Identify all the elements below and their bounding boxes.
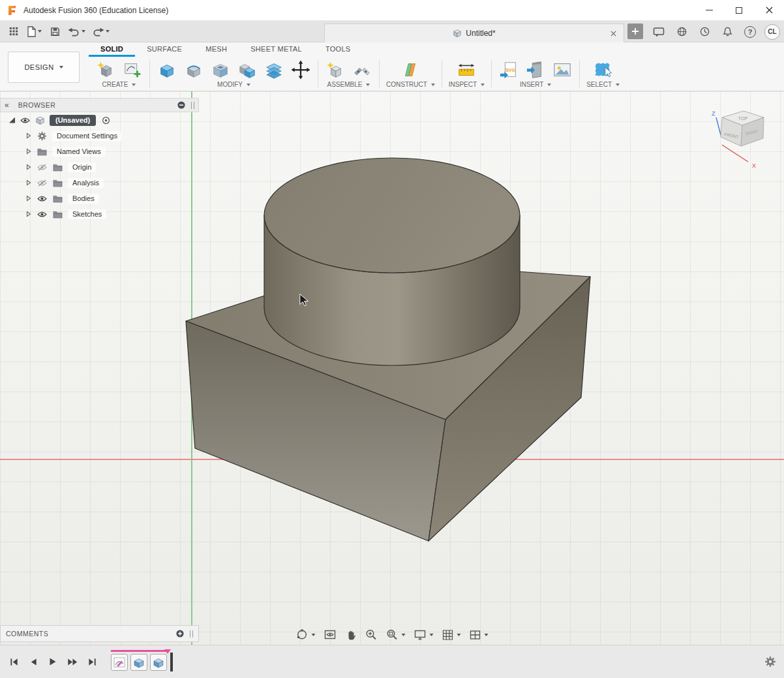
browser-row-named-views: Named Views [0,144,199,159]
browser-item-label[interactable]: Sketches [68,209,106,219]
insert-derive-button[interactable] [525,59,546,80]
group-assemble-dropdown[interactable]: ASSEMBLE [327,81,370,89]
timeline-extrude-feature[interactable] [150,654,167,671]
timeline-settings-gear-icon[interactable] [764,656,776,668]
browser-item-label[interactable]: Document Settings [52,131,122,141]
shell-button[interactable] [210,59,231,80]
group-create-dropdown[interactable]: CREATE [102,81,136,89]
tab-solid[interactable]: SOLID [89,45,135,57]
tab-tools[interactable]: TOOLS [314,45,363,57]
group-select-dropdown[interactable]: SELECT [586,81,620,89]
expander-icon[interactable] [26,195,31,202]
play-button[interactable] [46,655,60,669]
comments-resize-grip[interactable] [190,630,193,638]
new-document-tab-button[interactable] [627,23,643,39]
browser-minimize-icon[interactable] [177,100,186,110]
root-expander-icon[interactable] [9,117,15,123]
notifications-button[interactable] [719,23,736,40]
user-avatar[interactable]: CL [764,24,780,40]
file-menu-button[interactable] [25,23,44,40]
visibility-toggle[interactable] [37,162,47,172]
zoom-button[interactable] [365,628,378,641]
construct-plane-button[interactable] [400,59,421,80]
look-at-button[interactable] [324,628,337,641]
cylinder-top-face[interactable] [264,158,520,273]
visibility-toggle[interactable] [37,209,47,219]
expander-icon[interactable] [26,211,31,217]
group-construct-dropdown[interactable]: CONSTRUCT [386,81,435,89]
insert-svg-button[interactable]: SVG [498,59,519,80]
group-modify-dropdown[interactable]: MODIFY [217,81,250,89]
root-visibility-toggle[interactable] [20,116,30,125]
view-cube[interactable]: Z X TOP FRONT RIGHT [708,106,773,171]
expand-comments-icon[interactable] [175,629,185,638]
comments-bar[interactable]: COMMENTS [0,625,199,642]
minimize-button[interactable] [694,0,724,21]
browser-item-label[interactable]: Origin [68,162,96,172]
display-settings-button[interactable] [414,629,434,640]
browser-item-label[interactable]: Analysis [68,178,104,188]
undo-button[interactable] [66,23,87,40]
grid-snap-button[interactable] [442,629,461,641]
viewport-3d[interactable]: Z X TOP FRONT RIGHT « BROWSER [0,91,784,645]
tab-sheet-metal[interactable]: SHEET METAL [239,45,314,57]
save-button[interactable] [46,23,63,40]
fillet-button[interactable] [183,59,204,80]
step-back-button[interactable] [26,655,40,669]
workspace-selector-button[interactable]: DESIGN [8,52,80,83]
move-button[interactable] [290,59,311,80]
root-document-name[interactable]: (Unsaved) [50,115,96,126]
app-grid-button[interactable] [5,23,22,40]
group-inspect-dropdown[interactable]: INSPECT [449,81,485,89]
browser-item-label[interactable]: Bodies [68,194,99,204]
timeline-sketch-feature[interactable] [111,654,128,671]
timeline-playhead[interactable] [170,653,173,671]
go-to-end-button[interactable] [85,655,99,669]
close-button[interactable] [754,0,784,21]
document-tab-close-button[interactable] [608,28,618,39]
viewcube-top-label: TOP [738,116,748,121]
group-insert-dropdown[interactable]: INSERT [520,81,552,89]
orbit-button[interactable] [296,628,316,641]
job-status-button[interactable] [696,23,713,40]
measure-button[interactable] [456,59,477,80]
visibility-toggle[interactable] [37,178,47,187]
joint-button[interactable] [352,59,372,80]
select-button[interactable] [593,59,614,80]
fit-button[interactable] [386,628,406,641]
press-pull-button[interactable] [157,59,177,80]
create-sketch-button[interactable] [122,59,143,80]
pan-button[interactable] [345,629,357,641]
create-form-button[interactable] [95,59,116,80]
visibility-toggle[interactable] [37,194,47,203]
viewports-button[interactable] [470,630,489,640]
group-modify-label: MODIFY [217,81,243,88]
tab-surface[interactable]: SURFACE [135,45,194,57]
expander-icon[interactable] [26,132,31,139]
timeline-extrude-feature[interactable] [130,654,147,671]
combine-button[interactable] [237,59,258,80]
browser-resize-grip[interactable] [191,102,194,109]
new-component-button[interactable] [325,59,346,80]
expander-icon[interactable] [26,164,31,170]
bell-icon [722,26,733,37]
expander-icon[interactable] [26,179,31,186]
expander-icon[interactable] [26,148,31,155]
canvas-button[interactable] [552,59,573,80]
browser-item-label[interactable]: Named Views [52,147,106,157]
help-button[interactable]: ? [742,23,759,40]
redo-button[interactable] [90,23,112,40]
offset-face-button[interactable] [264,59,284,80]
web-button[interactable] [673,23,690,40]
activate-component-radio[interactable] [100,116,111,125]
shell-icon [211,60,230,80]
tab-mesh[interactable]: MESH [194,45,239,57]
comments-panel-button[interactable] [650,23,667,40]
target-icon [101,116,111,125]
collapse-browser-icon[interactable]: « [5,100,9,110]
go-to-start-button[interactable] [7,655,21,669]
step-forward-button[interactable] [65,655,80,669]
group-insert-caret-icon [547,84,551,86]
maximize-button[interactable] [724,0,754,21]
document-tab[interactable]: Untitled* [324,23,624,42]
